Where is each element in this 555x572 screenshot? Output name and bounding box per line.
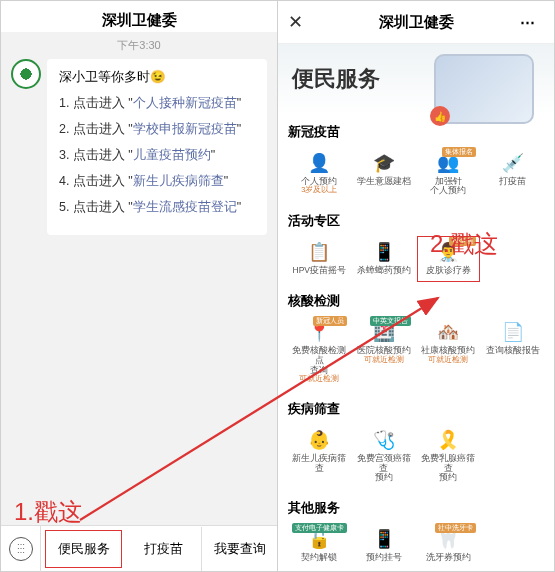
wink-emoji-icon: 😉 <box>150 69 166 84</box>
service-icon: 🎓 <box>354 153 415 175</box>
avatar-icon <box>11 59 41 89</box>
service-cell[interactable]: 支付电子健康卡🔓契约解锁 <box>288 523 351 569</box>
bottom-menu: ⋯⋯⋯ 便民服务 打疫苗 我要查询 <box>1 525 277 571</box>
cell-label: 杀蟑螂药预约 <box>354 266 415 276</box>
service-icon: 📱 <box>354 242 415 264</box>
chat-link[interactable]: 学生流感疫苗登记 <box>133 200 237 214</box>
service-cell[interactable]: 社中洗牙卡🦷洗牙券预约 <box>417 523 480 569</box>
chat-link-line: 1. 点击进入 "个人接种新冠疫苗" <box>59 95 255 112</box>
service-cell[interactable]: 📋HPV疫苗摇号 <box>288 236 351 282</box>
right-header-title: 深圳卫健委 <box>312 13 520 32</box>
chat-link-line: 2. 点击进入 "学校申报新冠疫苗" <box>59 121 255 138</box>
hero-banner: 便民服务 <box>278 44 554 115</box>
service-section: 疾病筛查👶新生儿疾病筛查🩺免费宫颈癌筛查预约🎗️免费乳腺癌筛查预约 <box>278 392 554 491</box>
service-section: 新冠疫苗👤个人预约3岁及以上🎓学生意愿建档集体报名👥加强针个人预约💉打疫苗 <box>278 115 554 205</box>
service-cell[interactable]: 💉打疫苗 <box>482 147 545 203</box>
cell-label: 新生儿疾病筛查 <box>289 454 350 474</box>
cell-label: 加强针个人预约 <box>418 177 479 197</box>
section-title: 活动专区 <box>288 212 544 230</box>
cell-label: 打疫苗 <box>483 177 544 187</box>
chat-link-line: 3. 点击进入 "儿童疫苗预约" <box>59 147 255 164</box>
service-icon: 📱 <box>354 529 415 551</box>
service-cell[interactable]: 👤个人预约3岁及以上 <box>288 147 351 203</box>
cell-label: 查询核酸报告 <box>483 346 544 356</box>
service-cell[interactable]: 中英文报告🏥医院核酸预约可就近检测 <box>353 316 416 390</box>
section-title: 核酸检测 <box>288 292 544 310</box>
service-icon: 💉 <box>483 153 544 175</box>
cell-sublabel: 可就近检测 <box>354 356 415 365</box>
service-icon: 🏘️ <box>418 322 479 344</box>
cell-badge: 中英文报告 <box>370 316 411 326</box>
cell-label: 洗牙券预约 <box>418 553 479 563</box>
chat-link[interactable]: 新生儿疾病筛查 <box>133 174 224 188</box>
section-title: 其他服务 <box>288 499 544 517</box>
service-cell[interactable]: 🎗️免费乳腺癌筛查预约 <box>417 424 480 489</box>
chat-panel: 深圳卫健委 下午3:30 深小卫等你多时😉 1. 点击进入 "个人接种新冠疫苗"… <box>1 1 278 571</box>
cell-badge: 可申领 <box>449 236 476 246</box>
empty-cell <box>482 236 545 282</box>
service-cell[interactable]: 📱杀蟑螂药预约 <box>353 236 416 282</box>
cell-badge: 社中洗牙卡 <box>435 523 476 533</box>
cell-label: 皮肤诊疗券 <box>418 266 479 276</box>
cell-sublabel: 可就近检测 <box>418 356 479 365</box>
service-icon: 🎗️ <box>418 430 479 452</box>
service-icon: 👤 <box>289 153 350 175</box>
cell-badge: 支付电子健康卡 <box>292 523 347 533</box>
chat-link[interactable]: 个人接种新冠疫苗 <box>133 96 237 110</box>
menu-services-button[interactable]: 便民服务 <box>45 530 122 568</box>
cell-label: 免费乳腺癌筛查预约 <box>418 454 479 483</box>
chat-link[interactable]: 学校申报新冠疫苗 <box>133 122 237 136</box>
menu-vaccine-button[interactable]: 打疫苗 <box>126 527 202 571</box>
service-icon: 📋 <box>289 242 350 264</box>
service-section: 其他服务支付电子健康卡🔓契约解锁📱预约挂号社中洗牙卡🦷洗牙券预约 <box>278 491 554 571</box>
phone-illustration-icon <box>434 54 534 124</box>
cell-badge: 集体报名 <box>442 147 476 157</box>
service-cell[interactable]: 🏘️社康核酸预约可就近检测 <box>417 316 480 390</box>
cell-sublabel: 可就近检测 <box>289 375 350 384</box>
service-cell[interactable]: 新冠人员📍免费核酸检测点查询可就近检测 <box>288 316 351 390</box>
service-cell[interactable]: 📱预约挂号 <box>353 523 416 569</box>
service-icon: 📄 <box>483 322 544 344</box>
empty-cell <box>482 424 545 489</box>
service-cell[interactable]: 👶新生儿疾病筛查 <box>288 424 351 489</box>
service-cell[interactable]: 🎓学生意愿建档 <box>353 147 416 203</box>
close-icon[interactable]: ✕ <box>288 11 312 33</box>
empty-cell <box>482 523 545 569</box>
chat-bubble: 深小卫等你多时😉 1. 点击进入 "个人接种新冠疫苗"2. 点击进入 "学校申报… <box>47 59 267 235</box>
chat-link-line: 4. 点击进入 "新生儿疾病筛查" <box>59 173 255 190</box>
service-cell[interactable]: 可申领👨‍⚕️皮肤诊疗券 <box>417 236 480 282</box>
service-section: 活动专区📋HPV疫苗摇号📱杀蟑螂药预约可申领👨‍⚕️皮肤诊疗券 <box>278 204 554 284</box>
left-header-title: 深圳卫健委 <box>1 1 277 32</box>
cell-sublabel: 3岁及以上 <box>289 186 350 195</box>
cell-label: 学生意愿建档 <box>354 177 415 187</box>
keyboard-toggle-button[interactable]: ⋯⋯⋯ <box>1 526 41 572</box>
service-icon: 🩺 <box>354 430 415 452</box>
section-title: 新冠疫苗 <box>288 123 544 141</box>
greeting-text: 深小卫等你多时 <box>59 70 150 84</box>
services-panel: ✕ 深圳卫健委 ⋯ 便民服务 新冠疫苗👤个人预约3岁及以上🎓学生意愿建档集体报名… <box>278 1 554 571</box>
chat-timestamp: 下午3:30 <box>1 32 277 59</box>
section-title: 疾病筛查 <box>288 400 544 418</box>
service-icon: 👶 <box>289 430 350 452</box>
service-cell[interactable]: 🩺免费宫颈癌筛查预约 <box>353 424 416 489</box>
cell-label: 预约挂号 <box>354 553 415 563</box>
cell-label: 免费核酸检测点查询 <box>289 346 350 375</box>
cell-label: 契约解锁 <box>289 553 350 563</box>
cell-label: 免费宫颈癌筛查预约 <box>354 454 415 483</box>
menu-query-button[interactable]: 我要查询 <box>202 527 277 571</box>
cell-badge: 新冠人员 <box>313 316 347 326</box>
service-cell[interactable]: 集体报名👥加强针个人预约 <box>417 147 480 203</box>
more-icon[interactable]: ⋯ <box>520 13 544 31</box>
hero-title: 便民服务 <box>292 64 380 94</box>
cell-label: HPV疫苗摇号 <box>289 266 350 276</box>
service-section: 核酸检测新冠人员📍免费核酸检测点查询可就近检测中英文报告🏥医院核酸预约可就近检测… <box>278 284 554 392</box>
chat-link[interactable]: 儿童疫苗预约 <box>133 148 211 162</box>
service-cell[interactable]: 📄查询核酸报告 <box>482 316 545 390</box>
chat-link-line: 5. 点击进入 "学生流感疫苗登记" <box>59 199 255 216</box>
